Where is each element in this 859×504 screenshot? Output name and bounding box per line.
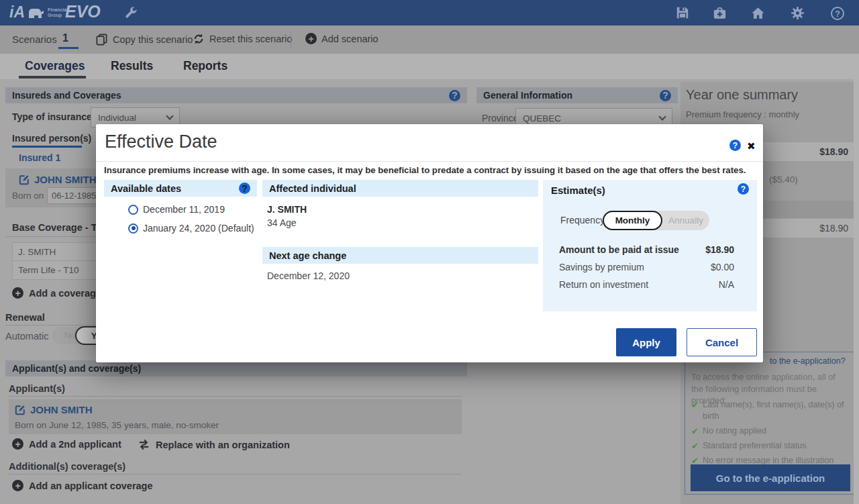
applicants-panel-header: Applicant(s) and coverage(s) bbox=[5, 360, 467, 376]
general-panel-title: General Information bbox=[483, 90, 572, 101]
insured-1-tab[interactable]: Insured 1 bbox=[19, 152, 60, 163]
add-second-applicant-label: Add a 2nd applicant bbox=[29, 439, 121, 450]
check-icon: ✔ bbox=[691, 399, 699, 423]
automatic-label: Automatic bbox=[5, 331, 48, 342]
copy-scenario-label: Copy this scenario bbox=[113, 34, 193, 45]
home-icon[interactable] bbox=[750, 5, 766, 21]
summary-savings-value: ($5.40) bbox=[769, 174, 798, 185]
add-scenario-button[interactable]: + Add scenario bbox=[305, 33, 378, 44]
radio-selected-icon[interactable] bbox=[128, 223, 138, 234]
date-option-1-label: December 11, 2019 bbox=[143, 204, 225, 215]
tab-coverages[interactable]: Coverages bbox=[25, 59, 85, 73]
estimate-row-value: $18.90 bbox=[705, 244, 734, 255]
affected-individual-header: Affected individual bbox=[262, 180, 538, 197]
ia-logo: iA Financial Group bbox=[9, 3, 68, 21]
insured-persons-underline bbox=[12, 146, 82, 148]
apply-button[interactable]: Apply bbox=[616, 328, 676, 356]
insureds-panel-title: Insureds and Coverages bbox=[12, 90, 121, 101]
edit-insured-link[interactable]: JOHN SMITH bbox=[19, 174, 97, 185]
next-age-change-date: December 12, 2020 bbox=[267, 270, 350, 281]
date-option-1[interactable]: December 11, 2019 bbox=[128, 204, 225, 215]
chevron-down-icon bbox=[658, 113, 666, 120]
go-to-eapplication-button[interactable]: Go to the e-application bbox=[691, 464, 850, 491]
scenario-tab-1[interactable]: 1 bbox=[62, 32, 68, 44]
add-applicant-coverage-link[interactable]: + Add an applicant coverage bbox=[12, 480, 153, 491]
copy-scenario-button[interactable]: Copy this scenario bbox=[95, 33, 193, 46]
dialog-close-icon[interactable]: ✖ bbox=[747, 141, 756, 151]
radio-unselected-icon[interactable] bbox=[128, 205, 138, 215]
plus-icon: + bbox=[12, 480, 23, 491]
general-panel-header: General Information ? bbox=[476, 87, 678, 103]
replace-with-organization-link[interactable]: Replace with an organization bbox=[138, 438, 290, 451]
insureds-help-icon[interactable]: ? bbox=[449, 90, 460, 101]
tab-reports[interactable]: Reports bbox=[183, 59, 228, 73]
estimates-help-icon[interactable]: ? bbox=[738, 183, 749, 195]
estimate-row-savings: Savings by premium $0.00 bbox=[559, 262, 734, 272]
settings-gear-icon[interactable] bbox=[789, 5, 805, 21]
tools-wrench-icon[interactable] bbox=[123, 5, 139, 21]
add-coverage-link[interactable]: + Add a coverage/ bbox=[12, 287, 104, 299]
elephant-icon bbox=[28, 6, 45, 19]
scenario-tab-underline bbox=[58, 47, 79, 49]
add-coverage-label: Add a coverage/ bbox=[29, 288, 104, 299]
frequency-annually-option[interactable]: Annually bbox=[664, 211, 707, 230]
insured-persons-tab[interactable]: Insured person(s) bbox=[12, 133, 91, 144]
frequency-monthly-option[interactable]: Monthly bbox=[603, 211, 662, 230]
save-icon[interactable] bbox=[674, 5, 691, 21]
evo-logo: EVO bbox=[65, 2, 101, 21]
estimate-row-value: $0.00 bbox=[711, 262, 734, 272]
applicant-name: JOHN SMITH bbox=[30, 404, 93, 415]
cancel-button[interactable]: Cancel bbox=[687, 328, 757, 356]
reset-scenario-button[interactable]: Reset this scenario bbox=[193, 33, 292, 45]
toggle-no-label[interactable]: No bbox=[64, 330, 76, 340]
check-icon: ✔ bbox=[691, 440, 699, 452]
copy-icon bbox=[95, 33, 108, 46]
chevron-down-icon bbox=[166, 112, 173, 119]
additional-coverages-heading: Additional(s) coverage(s) bbox=[9, 461, 125, 472]
reset-icon bbox=[193, 33, 205, 45]
estimates-title: Estimate(s) bbox=[551, 185, 605, 196]
dialog-subtitle: Insurance premiums increase with age. In… bbox=[104, 165, 748, 175]
province-label: Province bbox=[482, 113, 518, 123]
born-date-input[interactable] bbox=[47, 187, 101, 204]
scrollbar[interactable] bbox=[854, 79, 859, 504]
dialog-title: Effective Date bbox=[105, 132, 217, 152]
tab-results[interactable]: Results bbox=[111, 59, 153, 73]
type-of-insurance-value: Individual bbox=[98, 113, 136, 123]
main-tabs: Coverages Results Reports bbox=[0, 54, 859, 79]
go-to-eapplication-label: Go to the e-application bbox=[716, 472, 825, 484]
date-option-2[interactable]: January 24, 2020 (Default) bbox=[128, 223, 254, 234]
coverage-insured-value: J. SMITH bbox=[18, 247, 56, 257]
eapp-info-box: to the e-application? To access the onli… bbox=[685, 352, 854, 495]
dialog-help-icon[interactable]: ? bbox=[729, 140, 741, 151]
effective-date-dialog: Effective Date ? ✖ Insurance premiums in… bbox=[96, 124, 763, 362]
insureds-panel-header: Insureds and Coverages ? bbox=[5, 87, 467, 103]
eapp-checklist-item: ✔ Last name(s), first name(s), date(s) o… bbox=[691, 399, 851, 423]
insured-name: JOHN SMITH bbox=[34, 174, 97, 185]
premium-frequency-text: Premium frequency : monthly bbox=[686, 109, 799, 119]
type-of-insurance-label: Type of insurance bbox=[12, 111, 92, 122]
add-second-applicant-link[interactable]: + Add a 2nd applicant bbox=[12, 438, 121, 450]
apply-button-label: Apply bbox=[632, 337, 660, 348]
next-age-change-header: Next age change bbox=[262, 247, 538, 264]
toolbar-divider bbox=[291, 31, 291, 48]
scenarios-label: Scenarios bbox=[12, 34, 57, 45]
applicant-card: JOHN SMITH Born on June 12, 1985, 35 yea… bbox=[9, 399, 462, 434]
edit-applicant-link[interactable]: JOHN SMITH bbox=[15, 404, 93, 415]
frequency-label: Frequency bbox=[560, 215, 605, 225]
summary-row-value: $18.90 bbox=[819, 223, 848, 234]
province-value: QUEBEC bbox=[523, 113, 561, 123]
divider bbox=[9, 474, 462, 474]
born-on-label: Born on bbox=[12, 191, 44, 201]
applicants-subtitle: Applicant(s) bbox=[9, 383, 65, 394]
estimate-row-value: N/A bbox=[719, 279, 734, 290]
base-coverage-heading: Base Coverage - Ter bbox=[12, 222, 105, 233]
estimate-row-label: Savings by premium bbox=[559, 262, 644, 272]
available-dates-help-icon[interactable]: ? bbox=[239, 183, 250, 194]
active-tab-underline bbox=[19, 76, 86, 79]
check-icon: ✔ bbox=[691, 425, 699, 438]
general-help-icon[interactable]: ? bbox=[660, 90, 671, 101]
help-icon[interactable]: ? bbox=[829, 5, 846, 21]
frequency-toggle[interactable]: Monthly Annually bbox=[603, 211, 709, 230]
first-aid-kit-icon[interactable] bbox=[711, 5, 727, 21]
